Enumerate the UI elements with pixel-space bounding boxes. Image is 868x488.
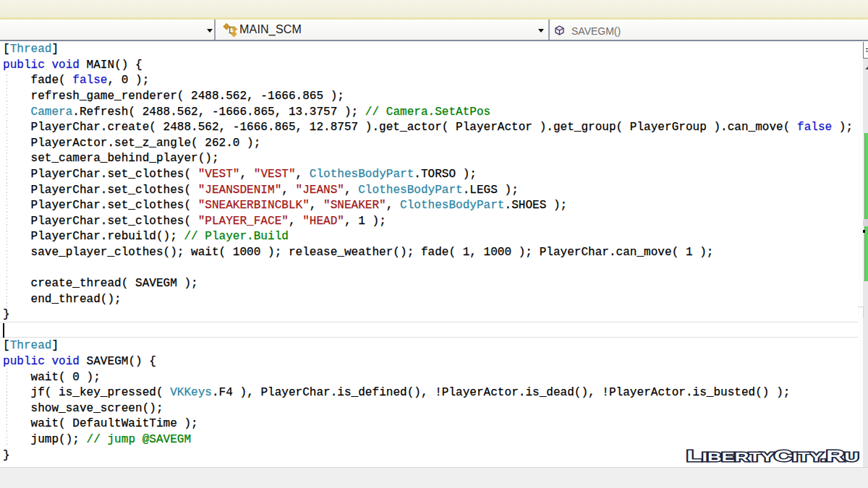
svg-text:LIBERTYCITY.RU: LIBERTYCITY.RU [686,447,859,465]
